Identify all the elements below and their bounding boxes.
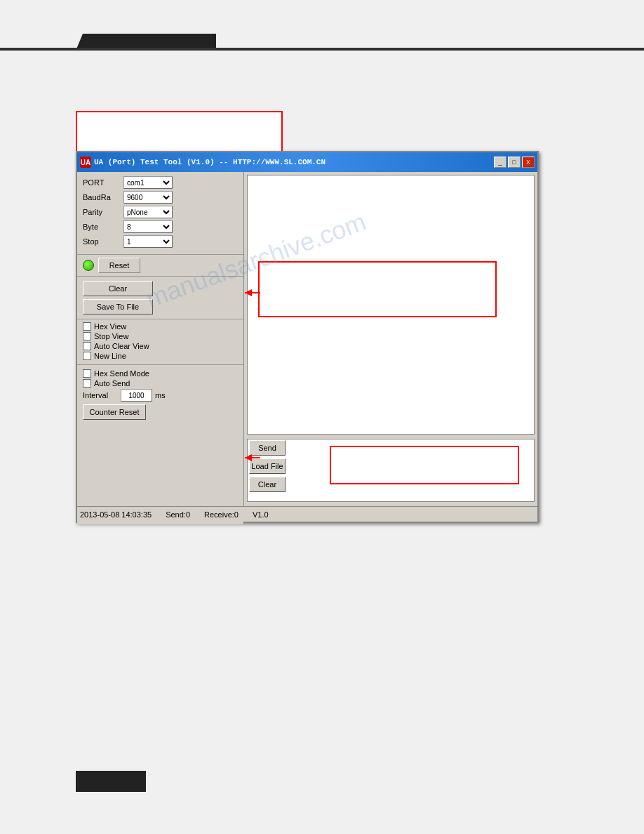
hex-send-row: Hex Send Mode bbox=[83, 369, 238, 378]
status-send: Send:0 bbox=[166, 510, 190, 519]
title-bar: UA UA (Port) Test Tool (V1.0) -- HTTP://… bbox=[77, 152, 537, 172]
auto-send-checkbox[interactable] bbox=[83, 379, 91, 388]
baud-row: BaudRa 9600 bbox=[83, 191, 238, 204]
auto-clear-view-row: Auto Clear View bbox=[83, 342, 238, 350]
new-line-checkbox[interactable] bbox=[83, 352, 91, 360]
window-controls: _ □ X bbox=[494, 157, 535, 168]
port-row: PORT com1 bbox=[83, 176, 238, 189]
send-area-container bbox=[247, 439, 535, 502]
right-buttons: Send Load File Clear bbox=[249, 440, 288, 492]
status-receive: Receive:0 bbox=[204, 510, 239, 519]
new-line-label: New Line bbox=[94, 352, 126, 360]
clear-send-button[interactable]: Clear bbox=[249, 477, 286, 492]
auto-clear-view-label: Auto Clear View bbox=[94, 342, 149, 350]
stop-view-checkbox[interactable] bbox=[83, 332, 91, 340]
connect-row: Reset bbox=[77, 255, 243, 277]
stop-select[interactable]: 1 bbox=[123, 235, 173, 248]
load-file-button[interactable]: Load File bbox=[249, 458, 286, 474]
annotation-box-top bbox=[76, 111, 283, 153]
parity-select[interactable]: pNone bbox=[123, 206, 173, 218]
hex-view-row: Hex View bbox=[83, 322, 238, 331]
left-panel: PORT com1 BaudRa 9600 Parity pNone Byte bbox=[77, 172, 244, 524]
stop-label: Stop bbox=[83, 237, 123, 246]
main-window: UA UA (Port) Test Tool (V1.0) -- HTTP://… bbox=[76, 151, 539, 523]
port-label: PORT bbox=[83, 178, 123, 187]
save-to-file-button[interactable]: Save To File bbox=[83, 299, 153, 315]
new-line-row: New Line bbox=[83, 352, 238, 360]
byte-select[interactable]: 8 bbox=[123, 220, 173, 233]
interval-input[interactable] bbox=[121, 389, 152, 402]
parity-label: Parity bbox=[83, 208, 123, 216]
interval-row: Interval ms bbox=[83, 389, 238, 402]
send-button[interactable]: Send bbox=[249, 440, 286, 456]
auto-send-label: Auto Send bbox=[94, 379, 130, 388]
auto-clear-view-checkbox[interactable] bbox=[83, 342, 91, 350]
connection-indicator bbox=[83, 260, 94, 271]
status-version: V1.0 bbox=[253, 510, 269, 519]
close-button[interactable]: X bbox=[522, 157, 535, 168]
counter-row: Counter Reset bbox=[83, 404, 238, 420]
hex-view-checkbox[interactable] bbox=[83, 322, 91, 331]
receive-area[interactable] bbox=[247, 175, 535, 435]
top-bar bbox=[0, 48, 644, 51]
baud-select[interactable]: 9600 bbox=[123, 191, 173, 204]
counter-reset-button[interactable]: Counter Reset bbox=[83, 404, 146, 420]
stop-row: Stop 1 bbox=[83, 235, 238, 248]
clear-button[interactable]: Clear bbox=[83, 281, 153, 296]
hex-view-label: Hex View bbox=[94, 322, 126, 331]
minimize-button[interactable]: _ bbox=[494, 157, 507, 168]
bottom-rect bbox=[76, 771, 146, 792]
port-settings: PORT com1 BaudRa 9600 Parity pNone Byte bbox=[77, 172, 243, 255]
receive-options: Hex View Stop View Auto Clear View New L… bbox=[77, 319, 243, 365]
app-icon: UA bbox=[80, 157, 91, 168]
maximize-button[interactable]: □ bbox=[508, 157, 521, 168]
send-options: Hex Send Mode Auto Send Interval ms Coun… bbox=[77, 365, 243, 427]
interval-label: Interval bbox=[83, 391, 118, 399]
ms-label: ms bbox=[155, 391, 166, 399]
receive-textarea[interactable] bbox=[248, 176, 534, 434]
stop-view-row: Stop View bbox=[83, 332, 238, 340]
stop-view-label: Stop View bbox=[94, 332, 128, 340]
send-textarea[interactable] bbox=[248, 439, 534, 501]
hex-send-label: Hex Send Mode bbox=[94, 369, 149, 378]
byte-label: Byte bbox=[83, 223, 123, 231]
reset-button[interactable]: Reset bbox=[98, 258, 140, 273]
parity-row: Parity pNone bbox=[83, 206, 238, 218]
byte-row: Byte 8 bbox=[83, 220, 238, 233]
status-datetime: 2013-05-08 14:03:35 bbox=[80, 510, 152, 519]
action-buttons: Clear Save To File bbox=[77, 277, 243, 319]
hex-send-checkbox[interactable] bbox=[83, 369, 91, 378]
port-select[interactable]: com1 bbox=[123, 176, 173, 189]
status-bar: 2013-05-08 14:03:35 Send:0 Receive:0 V1.… bbox=[77, 506, 537, 522]
baud-label: BaudRa bbox=[83, 193, 123, 201]
auto-send-row: Auto Send bbox=[83, 379, 238, 388]
window-title: UA (Port) Test Tool (V1.0) -- HTTP://WWW… bbox=[94, 158, 494, 166]
